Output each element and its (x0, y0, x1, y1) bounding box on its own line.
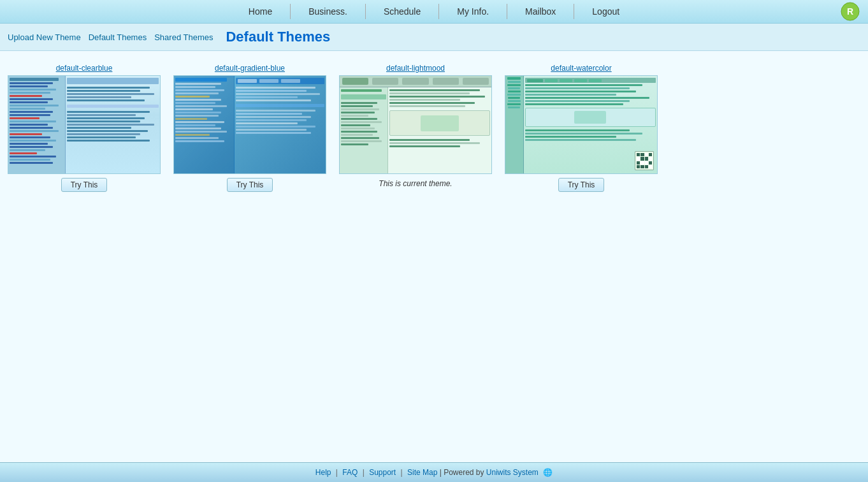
footer-powered-text: | Powered by (440, 468, 484, 477)
theme-card-clearblue: default-clearblue (8, 64, 161, 192)
footer-sep2: | (363, 468, 365, 477)
footer-support-link[interactable]: Support (369, 468, 396, 477)
theme-card-gradient-blue: default-gradient-blue (173, 64, 326, 192)
nav-business[interactable]: Business. (291, 4, 366, 19)
svg-text:R: R (847, 6, 853, 17)
theme-preview-watercolor (505, 75, 658, 174)
try-this-watercolor[interactable]: Try This (558, 178, 605, 192)
theme-preview-gradient-blue (173, 75, 326, 174)
nav-mailbox[interactable]: Mailbox (507, 4, 574, 19)
footer-help-link[interactable]: Help (315, 468, 331, 477)
footer-sep3: | (401, 468, 403, 477)
theme-name-gradient-blue[interactable]: default-gradient-blue (215, 64, 285, 73)
try-this-gradient-blue[interactable]: Try This (227, 178, 273, 192)
nav-schedule[interactable]: Schedule (366, 4, 439, 19)
sub-navigation: Upload New Theme Default Themes Shared T… (0, 24, 868, 51)
main-content: default-clearblue (0, 51, 868, 462)
app-logo: R (840, 1, 860, 22)
default-themes-link[interactable]: Default Themes (89, 33, 147, 42)
theme-card-watercolor: default-watercolor (505, 64, 658, 192)
footer-system-link[interactable]: Uniwits System (486, 468, 539, 477)
nav-logout[interactable]: Logout (574, 4, 637, 19)
upload-new-theme-link[interactable]: Upload New Theme (8, 33, 81, 42)
page-title: Default Themes (226, 29, 330, 45)
footer-sitemap-link[interactable]: Site Map (407, 468, 437, 477)
shared-themes-link[interactable]: Shared Themes (154, 33, 213, 42)
theme-preview-clearblue (8, 75, 161, 174)
try-this-clearblue[interactable]: Try This (61, 178, 108, 192)
footer-globe-icon: 🌐 (543, 468, 553, 477)
themes-grid: default-clearblue (8, 64, 860, 192)
theme-name-watercolor[interactable]: default-watercolor (551, 64, 611, 73)
theme-name-lightmood[interactable]: default-lightmood (386, 64, 445, 73)
theme-name-clearblue[interactable]: default-clearblue (56, 64, 113, 73)
footer-sep1: | (336, 468, 338, 477)
top-navigation: Home Business. Schedule My Info. Mailbox… (0, 0, 868, 24)
footer-faq-link[interactable]: FAQ (342, 468, 358, 477)
current-theme-label: This is current theme. (379, 179, 452, 188)
nav-myinfo[interactable]: My Info. (439, 4, 507, 19)
theme-card-lightmood: default-lightmood (339, 64, 492, 188)
nav-home[interactable]: Home (231, 4, 291, 19)
theme-preview-lightmood (339, 75, 492, 174)
nav-links: Home Business. Schedule My Info. Mailbox… (231, 4, 637, 19)
footer: Help | FAQ | Support | Site Map | Powere… (0, 462, 868, 482)
